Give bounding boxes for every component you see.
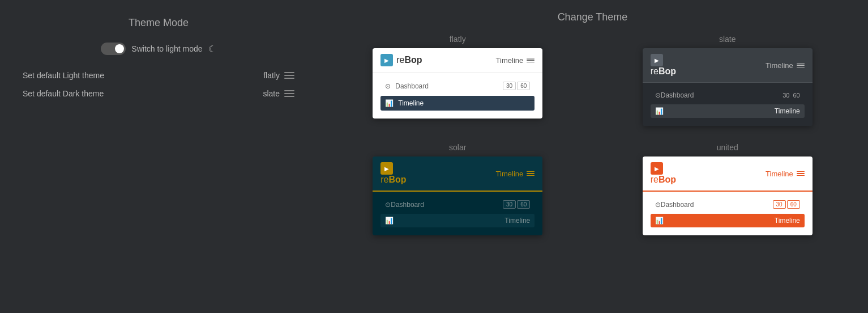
slate-timeline-label: Timeline: [775, 107, 800, 115]
slate-label: slate: [719, 35, 736, 44]
united-card-container[interactable]: united ▶ reBop Timeline: [610, 143, 846, 235]
united-badge-30: 30: [773, 200, 786, 209]
united-timeline-item[interactable]: 📊 Timeline: [651, 214, 805, 227]
set-dark-label: Set default Dark theme: [23, 89, 104, 98]
united-dash-icon: ⊙: [655, 201, 661, 209]
light-theme-menu-icon[interactable]: [284, 72, 294, 79]
left-panel: Theme Mode Switch to light mode ☾ Set de…: [0, 0, 317, 313]
slate-nav-label: Timeline: [766, 61, 793, 70]
slate-timeline-icon: 📊: [655, 107, 664, 115]
flatly-badge-group: 30 60: [503, 82, 530, 90]
flatly-dash-label: Dashboard: [395, 82, 429, 90]
flatly-badge-30: 30: [503, 82, 516, 90]
slate-dash-icon: ⊙: [655, 91, 661, 99]
solar-card[interactable]: ▶ reBop Timeline ⊙: [373, 156, 542, 235]
solar-dashboard-item: ⊙ Dashboard 30 60: [380, 197, 535, 212]
solar-badge-30: 30: [503, 200, 516, 209]
flatly-nav-right: Timeline: [496, 56, 535, 65]
flatly-timeline-label: Timeline: [398, 99, 424, 107]
slate-card[interactable]: ▶ reBop Timeline ⊙: [643, 48, 813, 126]
united-nav-right: Timeline: [766, 170, 805, 178]
solar-card-container[interactable]: solar ▶ reBop Timeline: [340, 143, 576, 235]
slate-brand-icon: ▶: [651, 54, 663, 66]
set-light-row: Set default Light theme flatly: [23, 71, 294, 80]
solar-timeline-item[interactable]: 📊 Timeline: [380, 214, 535, 227]
slate-timeline-item[interactable]: 📊 Timeline: [651, 104, 805, 118]
united-body: ⊙ Dashboard 30 60 📊 Timeline: [643, 192, 813, 235]
slate-body: ⊙ Dashboard 30 60 📊 Timeline: [643, 83, 813, 126]
flatly-brand-icon: ▶: [380, 54, 393, 66]
united-label: united: [717, 143, 738, 152]
solar-body: ⊙ Dashboard 30 60 📊 Timeline: [373, 192, 542, 235]
dark-theme-menu-icon[interactable]: [284, 90, 294, 97]
change-theme-title: Change Theme: [340, 11, 845, 23]
light-mode-toggle[interactable]: [101, 43, 126, 55]
solar-timeline-label: Timeline: [504, 217, 530, 225]
theme-mode-title: Theme Mode: [129, 17, 189, 29]
flatly-header: ▶ reBop Timeline: [373, 48, 542, 73]
solar-dash-label: Dashboard: [391, 201, 424, 209]
united-header: ▶ reBop Timeline: [643, 156, 813, 192]
slate-nums: 30 60: [783, 92, 800, 99]
flatly-timeline-item[interactable]: 📊 Timeline: [380, 96, 535, 111]
toggle-track: [101, 43, 126, 55]
united-badge-group: 30 60: [773, 200, 800, 209]
flatly-brand: ▶ reBop: [380, 54, 422, 66]
flatly-badge-60: 60: [517, 82, 530, 90]
flatly-nav-label: Timeline: [496, 56, 524, 65]
set-dark-row: Set default Dark theme slate: [23, 89, 294, 98]
flatly-card[interactable]: ▶ reBop Timeline ⊙: [373, 48, 542, 119]
solar-label: solar: [449, 143, 466, 152]
slate-brand: ▶ reBop: [651, 54, 676, 77]
united-badge-60: 60: [787, 200, 800, 209]
solar-nav-ham: [527, 171, 535, 176]
solar-nav-label: Timeline: [496, 170, 524, 178]
united-brand-text: reBop: [651, 175, 676, 184]
solar-dash-icon: ⊙: [385, 201, 391, 209]
solar-brand-icon: ▶: [380, 162, 393, 175]
flatly-body: ⊙ Dashboard 30 60 📊 Timeline: [373, 73, 542, 119]
united-brand-icon: ▶: [651, 162, 663, 175]
flatly-timeline-icon: 📊: [385, 99, 394, 107]
slate-num-30: 30: [783, 92, 789, 99]
theme-mode-row: Switch to light mode ☾: [101, 43, 216, 55]
slate-header: ▶ reBop Timeline: [643, 48, 813, 83]
slate-num-60: 60: [793, 92, 800, 99]
flatly-dash-icon: ⊙: [385, 82, 391, 90]
right-panel: Change Theme flatly ▶ reBop Timeline: [317, 0, 868, 313]
themes-grid: flatly ▶ reBop Timeline: [340, 35, 845, 235]
united-brand: ▶ reBop: [651, 162, 676, 185]
flatly-dashboard-item: ⊙ Dashboard 30 60: [380, 78, 535, 94]
united-timeline-label: Timeline: [775, 217, 800, 225]
united-dashboard-item: ⊙ Dashboard 30 60: [651, 197, 805, 212]
solar-brand: ▶ reBop: [380, 162, 406, 185]
solar-header: ▶ reBop Timeline: [373, 156, 542, 192]
slate-dash-label: Dashboard: [661, 91, 694, 99]
dark-theme-value: slate: [263, 89, 280, 98]
slate-nav-right: Timeline: [766, 61, 805, 70]
united-nav-ham: [797, 171, 805, 176]
solar-badge-60: 60: [517, 200, 530, 209]
solar-badge-group: 30 60: [503, 200, 530, 209]
slate-nav-ham: [797, 63, 805, 68]
switch-label: Switch to light mode: [131, 44, 202, 53]
flatly-card-container[interactable]: flatly ▶ reBop Timeline: [340, 35, 576, 126]
slate-card-container[interactable]: slate ▶ reBop Timeline: [610, 35, 846, 126]
toggle-knob: [115, 44, 124, 53]
solar-timeline-icon: 📊: [385, 217, 394, 225]
united-timeline-icon: 📊: [655, 217, 664, 225]
slate-brand-text: reBop: [651, 66, 676, 76]
solar-brand-text: reBop: [380, 175, 406, 184]
flatly-nav-ham: [527, 58, 535, 63]
set-light-label: Set default Light theme: [23, 71, 104, 80]
light-theme-select[interactable]: flatly: [263, 71, 294, 80]
flatly-label: flatly: [450, 35, 466, 44]
united-nav-label: Timeline: [766, 170, 793, 178]
united-dash-label: Dashboard: [661, 201, 694, 209]
united-card[interactable]: ▶ reBop Timeline ⊙: [643, 156, 813, 235]
slate-dashboard-item: ⊙ Dashboard 30 60: [651, 88, 805, 102]
light-theme-value: flatly: [263, 71, 280, 80]
dark-theme-select[interactable]: slate: [263, 89, 294, 98]
solar-nav-right: Timeline: [496, 170, 535, 178]
moon-icon: ☾: [208, 44, 216, 54]
